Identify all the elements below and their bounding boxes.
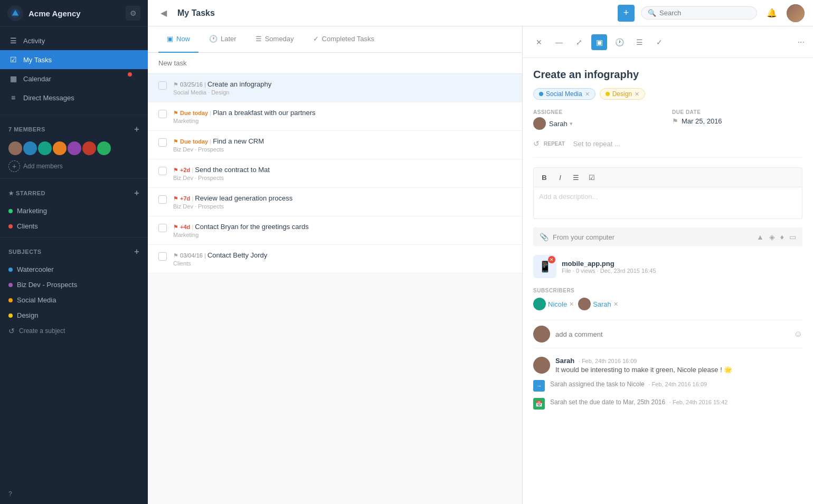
- box-icon[interactable]: ▭: [789, 233, 796, 241]
- sidebar-item-my-tasks[interactable]: ☑ My Tasks: [0, 50, 148, 69]
- activity-item-1: Sarah · Feb, 24th 2016 16:09 It would be…: [533, 357, 802, 374]
- list-button[interactable]: ☰: [570, 171, 582, 184]
- nicole-remove[interactable]: ✕: [569, 301, 574, 308]
- view-icon: ▣: [596, 38, 603, 46]
- activity-log-text-1: Sarah assigned the task to Nicole: [550, 381, 645, 388]
- main-area: ◀ My Tasks + 🔍 🔔 ▣ Now 🕐 La: [148, 0, 813, 504]
- attach-row[interactable]: 📎 From your computer ▲ ◈ ♦ ▭: [533, 227, 802, 246]
- member-avatar-4[interactable]: [53, 141, 67, 155]
- task-item-1[interactable]: ⚑ 03/25/16 | Create an infography Social…: [148, 74, 522, 102]
- detail-clock-button[interactable]: 🕐: [611, 34, 627, 50]
- sidebar-item-calendar[interactable]: ▦ Calendar: [0, 69, 148, 88]
- task-item-6[interactable]: ⚑ +4d | Contact Bryan for the greetings …: [148, 216, 522, 245]
- sarah-comment-avatar: [533, 357, 550, 374]
- design-tag-label: Design: [612, 90, 632, 98]
- italic-button[interactable]: I: [554, 171, 566, 184]
- add-task-button[interactable]: +: [618, 5, 635, 22]
- sarah-avatar: [578, 298, 591, 310]
- activity-icon: ☰: [8, 36, 18, 45]
- task-checkbox-7[interactable]: [158, 252, 167, 261]
- add-member-icon[interactable]: +: [134, 125, 139, 134]
- detail-more-button[interactable]: ···: [798, 37, 805, 47]
- task-checkbox-6[interactable]: [158, 224, 167, 232]
- create-subject-button[interactable]: ↺ Create a subject: [0, 323, 148, 339]
- member-avatar-7[interactable]: [97, 141, 111, 155]
- user-avatar[interactable]: [787, 4, 805, 22]
- detail-list-button[interactable]: ☰: [631, 34, 647, 50]
- task-content-1: ⚑ 03/25/16 | Create an infography Social…: [173, 80, 512, 96]
- detail-view-button[interactable]: ▣: [591, 34, 607, 50]
- comment-input[interactable]: [555, 330, 789, 338]
- add-starred-icon[interactable]: +: [134, 188, 139, 198]
- task-checkbox-4[interactable]: [158, 167, 167, 175]
- add-subject-icon[interactable]: +: [134, 247, 139, 256]
- dropbox-icon[interactable]: ◈: [769, 233, 775, 241]
- task-date-5: +7d: [180, 195, 190, 202]
- member-avatar-3[interactable]: [38, 141, 52, 155]
- member-avatar-6[interactable]: [82, 141, 96, 155]
- starred-clients-label: Clients: [17, 222, 38, 230]
- search-input[interactable]: [659, 9, 750, 17]
- sidebar-header: Acme Agency ⚙: [0, 0, 148, 27]
- checklist-button[interactable]: ☑: [585, 171, 598, 184]
- subject-item-social-media[interactable]: Social Media: [0, 292, 148, 308]
- member-avatar-5[interactable]: [68, 141, 81, 155]
- settings-button[interactable]: ⚙: [126, 6, 140, 21]
- tag-design[interactable]: Design ✕: [600, 88, 645, 100]
- assignee-avatar: [533, 117, 546, 130]
- activity-log-icon-2: 📅: [533, 398, 545, 410]
- task-item-3[interactable]: ⚑ Due today | Find a new CRM Biz Dev · P…: [148, 131, 522, 159]
- task-subtitle-4: Biz Dev · Prospects: [173, 175, 512, 181]
- page-title: My Tasks: [177, 8, 611, 18]
- detail-minimize-button[interactable]: —: [551, 34, 567, 50]
- starred-section-header: ★ STARRED +: [0, 182, 148, 203]
- add-members-button[interactable]: + Add members: [0, 157, 148, 175]
- detail-title: Create an infography: [533, 69, 802, 81]
- subject-item-watercooler[interactable]: Watercooler: [0, 262, 148, 277]
- member-avatar-1[interactable]: [8, 141, 22, 155]
- task-item-4[interactable]: ⚑ +2d | Send the contract to Mat Biz Dev…: [148, 159, 522, 188]
- sidebar-toggle-button[interactable]: ◀: [156, 6, 171, 21]
- sidebar-item-activity[interactable]: ☰ Activity: [0, 31, 148, 50]
- tab-someday[interactable]: ☰ Someday: [247, 26, 302, 53]
- task-item-2[interactable]: ⚑ Due today | Plan a breakfast with our …: [148, 102, 522, 131]
- detail-check-button[interactable]: ✓: [651, 34, 667, 50]
- task-checkbox-2[interactable]: [158, 110, 167, 118]
- list-icon: ☰: [636, 38, 643, 46]
- task-title-2: Plan a breakfast with our partners: [213, 109, 315, 117]
- detail-close-button[interactable]: ✕: [531, 34, 547, 50]
- help-button[interactable]: ?: [0, 484, 148, 504]
- task-checkbox-5[interactable]: [158, 195, 167, 204]
- social-media-tag-remove[interactable]: ✕: [585, 91, 590, 98]
- google-drive-icon[interactable]: ▲: [757, 233, 764, 241]
- task-title-3: Find a new CRM: [213, 137, 264, 145]
- member-avatar-2[interactable]: [23, 141, 37, 155]
- description-body[interactable]: Add a description...: [533, 187, 802, 219]
- starred-item-clients[interactable]: Clients: [0, 218, 148, 234]
- starred-item-marketing[interactable]: Marketing: [0, 203, 148, 218]
- tab-completed[interactable]: ✓ Completed Tasks: [305, 26, 383, 53]
- sidebar-item-direct-messages[interactable]: ≡ Direct Messages: [0, 88, 148, 107]
- repeat-value[interactable]: Set to repeat ...: [573, 140, 620, 148]
- subject-item-biz-dev[interactable]: Biz Dev - Prospects: [0, 277, 148, 292]
- design-tag-remove[interactable]: ✕: [635, 91, 639, 98]
- bold-button[interactable]: B: [538, 171, 551, 184]
- task-checkbox-1[interactable]: [158, 81, 167, 90]
- activity-content-3: Sarah set the due date to Mar, 25th 2016…: [550, 398, 802, 406]
- task-checkbox-3[interactable]: [158, 138, 167, 147]
- task-item-5[interactable]: ⚑ +7d | Review lead generation process B…: [148, 188, 522, 216]
- tag-social-media[interactable]: Social Media ✕: [533, 88, 595, 100]
- file-remove-button[interactable]: ✕: [548, 256, 555, 263]
- detail-expand-button[interactable]: ⤢: [571, 34, 587, 50]
- task-item-7[interactable]: ⚑ 03/04/16 | Contact Betty Jordy Clients: [148, 245, 522, 273]
- subject-item-design[interactable]: Design: [0, 308, 148, 323]
- task-date-1: 03/25/16: [180, 81, 203, 88]
- tab-later[interactable]: 🕐 Later: [201, 26, 245, 53]
- evernote-icon[interactable]: ♦: [780, 233, 784, 241]
- sarah-remove[interactable]: ✕: [613, 301, 618, 308]
- tab-now[interactable]: ▣ Now: [158, 26, 198, 53]
- cloud-services: ▲ ◈ ♦ ▭: [757, 233, 796, 241]
- new-task-input[interactable]: [158, 59, 512, 67]
- emoji-button[interactable]: ☺: [794, 329, 802, 339]
- notifications-button[interactable]: 🔔: [763, 5, 780, 22]
